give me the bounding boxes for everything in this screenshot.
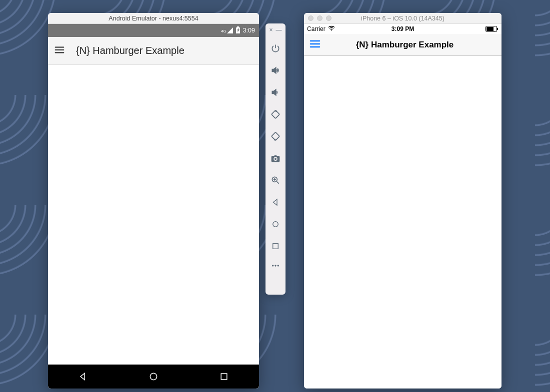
panel-close-button[interactable]: × [269, 26, 272, 33]
svg-point-12 [331, 30, 332, 31]
android-emulator-window: Android Emulator - nexus4:5554 4G 3:09 {… [48, 13, 259, 389]
status-clock: 3:09 PM [392, 25, 414, 32]
window-traffic-lights[interactable] [308, 15, 332, 21]
status-clock: 3:09 [243, 27, 255, 34]
battery-icon [486, 26, 498, 32]
hamburger-menu-icon[interactable] [54, 44, 65, 57]
wifi-icon [328, 25, 335, 32]
svg-rect-8 [273, 244, 278, 249]
android-app-content[interactable] [48, 65, 259, 365]
android-status-bar: 4G 3:09 [48, 24, 259, 37]
ios-simulator-window: iPhone 6 – iOS 10.0 (14A345) Carrier 3:0… [304, 13, 502, 389]
svg-point-10 [275, 265, 276, 267]
ios-window-title: iPhone 6 – iOS 10.0 (14A345) [361, 15, 444, 22]
android-window-title: Android Emulator - nexus4:5554 [108, 15, 198, 22]
emulator-tool-panel: × — [266, 23, 286, 295]
ios-status-bar: Carrier 3:09 PM [304, 24, 502, 34]
zoom-button[interactable] [266, 169, 286, 191]
volume-up-button[interactable] [266, 59, 286, 81]
ios-navigation-bar: {N} Hamburger Example [304, 34, 502, 56]
rotate-right-button[interactable] [266, 125, 286, 147]
svg-point-11 [278, 265, 279, 267]
more-options-button[interactable] [266, 257, 286, 274]
svg-point-9 [272, 265, 274, 267]
android-system-nav-bar [48, 365, 259, 389]
svg-point-7 [273, 222, 278, 227]
svg-point-0 [150, 373, 156, 380]
nav-overview-button[interactable] [266, 235, 286, 257]
nav-back-button[interactable] [266, 191, 286, 213]
android-window-titlebar[interactable]: Android Emulator - nexus4:5554 [48, 13, 259, 24]
svg-rect-4 [272, 156, 280, 162]
home-button[interactable] [148, 372, 158, 382]
svg-rect-14 [486, 27, 494, 31]
carrier-label: Carrier [307, 25, 326, 32]
rotate-left-button[interactable] [266, 103, 286, 125]
ios-app-content[interactable] [304, 56, 502, 389]
app-title: {N} Hamburger Example [313, 40, 496, 50]
app-title: {N} Hamburger Example [76, 45, 184, 56]
svg-rect-15 [497, 28, 498, 30]
ios-device-screen: Carrier 3:09 PM {N} Hamburger Example [304, 24, 502, 389]
android-device-screen: 4G 3:09 {N} Hamburger Example [48, 24, 259, 389]
panel-minimize-button[interactable]: — [276, 26, 282, 33]
ios-window-titlebar[interactable]: iPhone 6 – iOS 10.0 (14A345) [304, 13, 502, 24]
overview-button[interactable] [219, 372, 229, 382]
nav-home-button[interactable] [266, 213, 286, 235]
android-action-bar: {N} Hamburger Example [48, 37, 259, 65]
power-button[interactable] [266, 37, 286, 59]
screenshot-button[interactable] [266, 147, 286, 169]
cellular-signal-icon: 4G [221, 27, 233, 33]
back-button[interactable] [78, 372, 88, 382]
volume-down-button[interactable] [266, 81, 286, 103]
svg-rect-1 [221, 374, 227, 380]
battery-icon [236, 26, 240, 35]
